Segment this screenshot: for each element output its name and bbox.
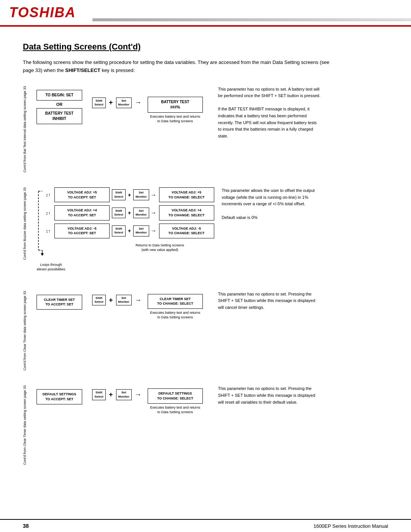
arrow-v3: →: [151, 227, 157, 234]
set-btn-v1: SetMonitor: [133, 189, 149, 200]
box-volt-plus5-right: VOLTAGE ADJ: +5TO CHANGE: SELECT: [159, 187, 214, 202]
loops-label: Loops througheleven possibilities: [36, 263, 66, 272]
box-battery-test-inhibit: BATTERY TESTINHIBIT: [37, 108, 82, 124]
intro-paragraph: The following screens show the setting p…: [23, 59, 335, 75]
or-text: OR: [56, 102, 63, 107]
plus-ds: +: [109, 391, 113, 399]
arrow-v1: →: [151, 192, 157, 198]
arrow-v2: →: [151, 209, 157, 216]
box-volt-plus5-left: VOLTAGE ADJ: +5TO ACCEPT: SET: [54, 187, 110, 202]
box-volt-minus5-left: VOLTAGE ADJ: -5TO ACCEPT: SET: [54, 224, 110, 238]
box-volt-minus5-right: VOLTAGE ADJ: -5TO CHANGE: SELECT: [159, 224, 214, 238]
page-number: 38: [23, 523, 29, 529]
shift-btn-v2: ShiftSelect: [112, 208, 126, 219]
note-battery-test: Executes battery test and returnsto Data…: [150, 114, 200, 124]
shift-set-connector-ds: ShiftSelect + SetMonitor →: [92, 389, 142, 400]
arrow-right-icon: →: [135, 99, 142, 107]
section-voltage-adj: Cont'd from Buzzer data setting screen p…: [23, 187, 388, 272]
header-bar: [92, 18, 411, 21]
plus-ct: +: [109, 296, 113, 304]
note-voltage-returns: Returns to Data Setting screens(with new…: [129, 241, 214, 252]
set-btn-ct: SetMonitor: [116, 295, 132, 306]
box-default-right: DEFAULT SETTINGSTO CHANGE: SELECT: [148, 388, 203, 403]
footer-manual-title: 1600EP Series Instruction Manual: [314, 523, 388, 529]
page-content: Data Setting Screens (Cont'd) The follow…: [0, 27, 411, 503]
box-volt-plus4-right: VOLTAGE ADJ: +4TO CHANGE: SELECT: [159, 205, 214, 220]
box-default-left: DEFAULT SETTINGSTO ACCEPT: SET: [37, 389, 82, 404]
shift-btn-v1: ShiftSelect: [112, 189, 126, 200]
shift-btn-ct: ShiftSelect: [92, 295, 106, 306]
desc-battery-test: This parameter has no options to set. A …: [218, 86, 321, 140]
shift-btn-ds: ShiftSelect: [92, 389, 106, 400]
note-default: Executes battery test and returnsto Data…: [150, 405, 200, 415]
shift-set-connector-ct: ShiftSelect + SetMonitor →: [92, 295, 142, 306]
svg-marker-4: [41, 253, 44, 256]
box-to-begin-set: TO BEGIN: SET: [37, 90, 82, 101]
page-header: TOSHIBA: [0, 0, 411, 27]
plus-icon: +: [109, 99, 113, 107]
side-label-voltage: Cont'd from Buzzer data setting screen p…: [23, 187, 30, 260]
desc-default: This parameter has no options to set. Pr…: [218, 385, 321, 406]
box-clear-timer-left: CLEAR TIMER SETTO ACCEPT: SET: [37, 295, 82, 310]
shift-set-connector: ShiftSelect + SetMonitor →: [92, 97, 142, 109]
page-title: Data Setting Screens (Cont'd): [23, 42, 388, 52]
set-button: SetMonitor: [116, 97, 132, 109]
desc-voltage: This parameter allows the user to offset…: [222, 187, 325, 221]
side-label-default: Cont'd from Clear Timer data setting scr…: [23, 385, 30, 465]
box-volt-plus4-left: VOLTAGE ADJ: +4TO ACCEPT: SET: [54, 205, 110, 220]
voltage-row-minus5: ↕↑ VOLTAGE ADJ: -5TO ACCEPT: SET ShiftSe…: [46, 224, 214, 238]
intro-bold: SHIFT/SELECT: [65, 67, 100, 73]
arrow-ct: →: [135, 296, 142, 304]
voltage-row-plus5: ↕↑ VOLTAGE ADJ: +5TO ACCEPT: SET ShiftSe…: [46, 187, 214, 202]
side-label-clear-timer: Cont'd from Clear Timer data setting scr…: [23, 291, 30, 371]
logo-area: TOSHIBA: [0, 0, 85, 25]
page-footer: 38 1600EP Series Instruction Manual: [0, 519, 411, 532]
desc-clear-timer: This parameter has no options to set. Pr…: [218, 291, 321, 311]
section-battery-test: Cont'd from Bat Test Interval data setti…: [23, 86, 388, 173]
updown-arrow-2: ↕↑: [46, 210, 51, 216]
box-clear-timer-right: CLEAR TIMER SETTO CHANGE: SELECT: [148, 294, 203, 309]
set-btn-v2: SetMonitor: [133, 208, 149, 219]
shift-btn-v3: ShiftSelect: [112, 225, 126, 236]
note-clear-timer: Executes battery test and returnsto Data…: [150, 310, 200, 320]
set-btn-v3: SetMonitor: [133, 225, 149, 236]
loop-bracket-svg: [33, 187, 44, 264]
section-clear-timer: Cont'd from Clear Timer data setting scr…: [23, 291, 388, 371]
plus-v1: +: [128, 192, 131, 198]
plus-v3: +: [128, 228, 131, 234]
toshiba-logo: TOSHIBA: [9, 5, 76, 21]
box-battery-test-result: BATTERY TEST###%: [148, 97, 203, 113]
plus-v2: +: [128, 210, 131, 216]
voltage-row-plus4: ↕↑ VOLTAGE ADJ: +4TO ACCEPT: SET ShiftSe…: [46, 205, 214, 220]
updown-arrow-1: ↕↑: [46, 192, 51, 198]
updown-arrow-3: ↕↑: [46, 228, 51, 234]
set-btn-ds: SetMonitor: [116, 389, 132, 400]
side-label-battery: Cont'd from Bat Test Interval data setti…: [23, 86, 30, 173]
shift-button: ShiftSelect: [92, 97, 106, 109]
section-default-settings: Cont'd from Clear Timer data setting scr…: [23, 385, 388, 465]
arrow-ds: →: [135, 391, 142, 399]
